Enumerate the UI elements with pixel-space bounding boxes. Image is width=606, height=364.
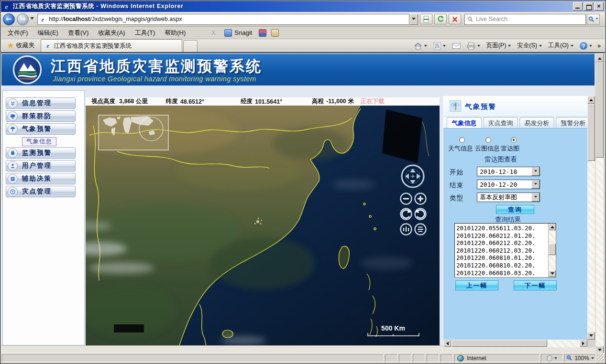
tab-active[interactable]: 江西省地质灾害监测预警系统 [41, 39, 182, 52]
refresh-button[interactable] [434, 14, 447, 24]
resize-grip[interactable] [597, 354, 604, 362]
back-button[interactable] [3, 13, 15, 25]
radio-label-radar[interactable]: 雷达图 [501, 144, 519, 153]
tab-warning-analysis[interactable]: 预警分析 [556, 117, 587, 128]
scroll-thumb[interactable] [595, 62, 604, 158]
rotate-left-button[interactable] [401, 209, 412, 220]
address-input[interactable]: http://localhost/Jxdzwebgis_mapgis/gridw… [37, 14, 409, 25]
feeds-button[interactable] [431, 41, 448, 51]
sidebar-item-weather-warning[interactable]: 气象预警 [6, 123, 76, 135]
zoom-out-button[interactable] [401, 193, 412, 204]
toolbar-overflow-button[interactable]: » [596, 43, 602, 49]
scroll-thumb[interactable] [549, 244, 556, 255]
results-listbox[interactable]: 20101220.055611.03.20. 20101220.060212.0… [454, 223, 556, 278]
overview-map[interactable] [99, 115, 168, 150]
scroll-thumb[interactable] [452, 340, 547, 347]
radio-cloud-image[interactable] [485, 137, 491, 143]
scroll-up-button[interactable] [587, 96, 595, 104]
compatibility-view-button[interactable] [420, 14, 432, 24]
protected-mode-button[interactable] [541, 354, 563, 362]
sidebar-subitem-weather-info[interactable]: 气象信息 [22, 137, 56, 146]
menu-file[interactable]: 文件(F) [3, 27, 33, 39]
toolbar-close-button[interactable]: X [211, 30, 215, 36]
radio-label-cloud[interactable]: 云图信息 [475, 144, 500, 153]
panel-horizontal-scrollbar[interactable] [443, 340, 587, 347]
list-item[interactable]: 20101220.060212.03.20. [456, 247, 548, 255]
history-dropdown[interactable] [29, 15, 35, 23]
snagit-window-icon[interactable] [224, 29, 232, 37]
tab-hazard-query[interactable]: 灾点查询 [483, 117, 518, 128]
scroll-right-button[interactable] [580, 340, 587, 347]
menu-help[interactable]: 帮助(H) [160, 27, 190, 39]
snagit-label[interactable]: Snagit [234, 29, 252, 36]
menu-tools[interactable]: 工具(T) [130, 27, 160, 39]
new-tab-button[interactable] [183, 40, 198, 52]
sidebar-item-hazard-management[interactable]: 灾点管理 [6, 186, 76, 197]
tab-weather-info[interactable]: 气象信息 [447, 117, 482, 128]
safety-menu-button[interactable]: 安全(S) [515, 40, 544, 51]
end-date-select[interactable]: 2010-12-20 [477, 180, 540, 189]
page-menu-button[interactable]: 页面(P) [484, 40, 514, 51]
list-item[interactable]: 20101220.055611.03.20. [456, 225, 548, 232]
start-date-select[interactable]: 2010-12-18 [477, 167, 540, 176]
scroll-up-button[interactable] [595, 54, 604, 62]
type-select[interactable]: 基本反射率图 [477, 193, 540, 202]
status-cell [385, 354, 397, 362]
sidebar-item-group-prevention[interactable]: 群策群防 [6, 110, 76, 122]
search-input[interactable]: Live Search [464, 14, 586, 25]
sidebar-item-monitoring-warning[interactable]: 监测预警 [6, 147, 76, 159]
print-button[interactable] [464, 41, 483, 51]
stop-button[interactable] [449, 14, 461, 24]
browser-vertical-scrollbar[interactable] [595, 54, 604, 354]
sidebar-item-decision-support[interactable]: 辅助决策 [6, 173, 76, 184]
minimize-button[interactable] [573, 2, 583, 11]
tab-susceptibility-analysis[interactable]: 易发分析 [519, 117, 554, 128]
chevron-down-icon[interactable] [531, 180, 540, 189]
tools-menu-button[interactable]: 工具(O) [546, 40, 576, 51]
snagit-editor-icon[interactable] [271, 29, 279, 37]
close-button[interactable]: × [594, 2, 604, 11]
favorites-button[interactable]: 收藏夹 [3, 40, 39, 51]
sidebar-item-user-management[interactable]: 用户管理 [6, 160, 76, 171]
maximize-button[interactable] [584, 2, 593, 11]
zoom-control[interactable]: 100% [564, 354, 596, 362]
query-button[interactable]: 查询 [496, 205, 534, 214]
search-go-button[interactable] [587, 14, 600, 25]
radio-weather-info[interactable] [459, 137, 465, 143]
help-menu-button[interactable] [577, 41, 595, 51]
next-image-button[interactable]: 下一幅 [514, 280, 557, 290]
globe-view[interactable]: 500 Km [86, 106, 440, 345]
radio-radar-image[interactable] [511, 137, 517, 143]
previous-image-button[interactable]: 上一幅 [455, 280, 498, 290]
layers-button[interactable] [415, 224, 426, 235]
scroll-up-button[interactable] [549, 224, 556, 230]
menu-favorites[interactable]: 收藏夹(A) [93, 27, 130, 39]
home-button[interactable] [411, 41, 430, 51]
scroll-down-button[interactable] [587, 332, 595, 340]
list-item[interactable]: 20101220.060212.01.20. [456, 232, 548, 240]
list-item[interactable]: 20101220.060810.03.20. [456, 269, 548, 277]
scroll-left-button[interactable] [443, 340, 451, 347]
chevron-down-icon[interactable] [531, 193, 540, 202]
radio-label-weather[interactable]: 天气信息 [448, 144, 473, 153]
scroll-thumb[interactable] [587, 104, 595, 161]
list-item[interactable]: 20101220.060810.01.20. [456, 254, 548, 262]
list-scrollbar[interactable] [548, 224, 556, 277]
address-dropdown-button[interactable] [409, 14, 418, 25]
zoom-in-button[interactable] [415, 193, 426, 204]
menu-view[interactable]: 查看(V) [63, 27, 93, 39]
snagit-profile-icon[interactable] [259, 29, 266, 37]
panel-vertical-scrollbar[interactable] [587, 96, 595, 340]
tilt-button[interactable] [401, 224, 412, 235]
menu-edit[interactable]: 编辑(E) [33, 27, 63, 39]
sidebar-item-info-management[interactable]: 信息管理 [6, 97, 76, 109]
forward-button[interactable] [17, 13, 29, 25]
scroll-down-button[interactable] [549, 270, 556, 277]
rotate-right-button[interactable] [415, 209, 426, 220]
rss-icon [433, 42, 441, 50]
chevron-down-icon[interactable] [531, 167, 540, 176]
read-mail-button[interactable] [450, 41, 463, 51]
list-item[interactable]: 20101220.060212.02.20. [456, 239, 548, 247]
list-item[interactable]: 20101220.060810.02.20. [456, 262, 548, 269]
compass-control[interactable] [400, 163, 426, 189]
